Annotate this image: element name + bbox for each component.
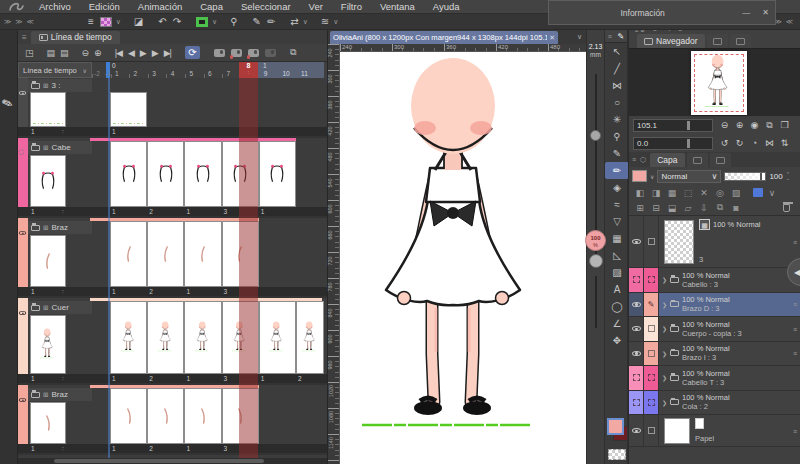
prev-frame-icon[interactable]: ◀ — [128, 48, 134, 58]
clip-to-layer-icon[interactable]: ◨ — [649, 188, 663, 198]
eye-icon[interactable] — [19, 224, 26, 238]
layer-visibility-cell[interactable] — [629, 415, 644, 446]
screentone-tool[interactable]: ▦ — [605, 230, 629, 247]
layer-state-cell[interactable] — [644, 366, 659, 390]
eye-icon[interactable] — [632, 239, 641, 244]
text-tool[interactable]: A — [605, 281, 629, 298]
checkbox-icon[interactable] — [648, 427, 655, 434]
camera-disabled-icon[interactable] — [265, 49, 276, 57]
fit-to-screen-button[interactable]: ⧉ — [762, 119, 777, 132]
scrollbar-thumb[interactable] — [54, 459, 264, 463]
layer-visibility-cell[interactable] — [629, 317, 644, 341]
stroke-settings-icon[interactable]: ⇄ — [290, 15, 298, 29]
tab-item-bank[interactable] — [730, 34, 751, 48]
layer-state-cell[interactable] — [644, 391, 659, 415]
layer-drag-handle-icon[interactable]: ≡ — [793, 301, 797, 308]
animation-cel[interactable] — [147, 388, 184, 444]
eye-icon[interactable] — [632, 302, 641, 307]
opacity-spinner[interactable]: ⌃⌄ — [786, 172, 790, 180]
animation-cel[interactable] — [147, 141, 184, 207]
flip-horizontal-button[interactable]: ⋈ — [762, 137, 777, 150]
transfer-down-icon[interactable]: ⬓ — [665, 203, 679, 213]
hidden-eye-icon[interactable] — [19, 144, 25, 158]
eye-icon[interactable] — [632, 351, 641, 356]
layer-visibility-cell[interactable] — [629, 342, 644, 366]
dashedbox-icon[interactable] — [648, 399, 655, 406]
onion-skin-icon[interactable] — [214, 49, 225, 57]
layer-visibility-cell[interactable] — [629, 216, 644, 267]
tab-layer-property[interactable] — [687, 153, 708, 167]
layer-color-swatch[interactable] — [753, 188, 763, 197]
close-tab-icon[interactable]: ✕ — [547, 34, 555, 42]
brush-pattern-dropdown[interactable]: ∨ — [116, 15, 121, 29]
layer-state-cell[interactable] — [644, 268, 659, 292]
preview-cel[interactable] — [30, 402, 66, 444]
eye-icon[interactable] — [19, 391, 26, 405]
dashedbox-icon[interactable] — [633, 374, 640, 381]
reference-layer-icon[interactable]: ◎ — [713, 188, 727, 198]
menu-item-archivo[interactable]: Archivo — [30, 1, 80, 12]
playhead-current-frame[interactable]: 8∶ — [239, 62, 258, 78]
save-animation-icon[interactable]: ▤ — [47, 48, 55, 58]
animation-cel[interactable] — [110, 221, 147, 287]
new-vector-layer-icon[interactable]: ⊟ — [649, 203, 663, 213]
menu-item-ventana[interactable]: Ventana — [371, 1, 424, 12]
animation-cel[interactable] — [110, 141, 147, 207]
balloon-tool[interactable]: ○ — [605, 94, 629, 111]
animation-cel[interactable] — [147, 221, 184, 287]
frame-border-tool[interactable]: ⋈ — [605, 77, 629, 94]
rotation-slider-handle[interactable] — [687, 139, 690, 148]
selection-swatch[interactable] — [196, 17, 208, 27]
save-settings-icon[interactable]: ▤ — [60, 48, 68, 58]
eye-icon[interactable] — [19, 84, 26, 98]
preview-cel[interactable] — [30, 92, 66, 127]
pen-icon[interactable]: ✎ — [253, 15, 261, 29]
layer-row-4[interactable]: ❯100 % NormalBrazo I : 3≡ — [629, 342, 800, 367]
tab-list-chevron-icon[interactable]: ∨ — [577, 33, 582, 41]
layer-drag-handle-icon[interactable]: ≡ — [793, 427, 797, 434]
layers-view-dropdown[interactable]: ∨ — [333, 15, 338, 29]
chevron-down-icon[interactable]: ∨ — [650, 173, 654, 180]
zoom-out-icon[interactable]: ⊖ — [82, 48, 89, 58]
brush-pattern-swatch[interactable] — [100, 17, 112, 27]
dashedbox-icon[interactable] — [648, 374, 655, 381]
canvas[interactable] — [340, 52, 586, 464]
info-window[interactable]: Información — ✕ — [548, 0, 776, 25]
animation-cel[interactable] — [184, 388, 221, 444]
playhead-column[interactable] — [239, 78, 258, 458]
new-raster-layer-icon[interactable]: ⊞ — [633, 203, 647, 213]
stroke-settings-dropdown[interactable]: ∨ — [303, 15, 308, 29]
camera-view-icon[interactable] — [248, 49, 259, 57]
track-header[interactable]: ⊞Cabe — [28, 141, 92, 154]
auto-select-tool[interactable]: ✳ — [605, 111, 629, 128]
layer-opacity-slider[interactable] — [724, 172, 766, 181]
menu-item-seleccionar[interactable]: Seleccionar — [232, 1, 300, 12]
opacity-slider[interactable] — [595, 276, 597, 328]
combine-icon[interactable]: ⧉ — [713, 202, 727, 213]
timeline-scrollbar[interactable] — [18, 458, 327, 464]
dock-chevrons-left-icon[interactable]: ≫ ≫ ≪ — [0, 18, 39, 26]
layer-color-dropdown[interactable]: ∨ — [765, 188, 779, 198]
zoom-in-button[interactable]: ⊕ — [732, 119, 747, 132]
menu-item-edicion[interactable]: Edición — [80, 1, 129, 12]
tab-layer[interactable]: Capa — [650, 153, 684, 167]
layer-row-3[interactable]: ❯100 % NormalCuerpo - copia : 3≡ — [629, 317, 800, 342]
layer-drag-handle-icon[interactable]: ≡ — [793, 325, 797, 332]
zoom-in-icon[interactable]: ⊕ — [94, 48, 101, 58]
animation-cel[interactable] — [296, 301, 324, 374]
panel-menu-icon[interactable]: ≡ — [18, 33, 31, 42]
dashedbox-icon[interactable] — [648, 276, 655, 283]
draft-layer-icon[interactable]: ✕ — [697, 188, 711, 198]
rotate-left-button[interactable]: ↺ — [717, 137, 732, 150]
layer-palette-swatch[interactable] — [632, 170, 647, 182]
rotation-value-box[interactable]: 0.0 — [633, 137, 713, 150]
gradient-tool[interactable]: ▨ — [605, 264, 629, 281]
menu-item-capa[interactable]: Capa — [191, 1, 232, 12]
lock-layer-icon[interactable]: ⬚ — [681, 188, 695, 198]
pencil-tool[interactable]: ✏ — [605, 162, 629, 179]
dashedbox-icon[interactable] — [633, 276, 640, 283]
tab-timeline[interactable]: Línea de tiempo — [31, 31, 120, 44]
box-icon[interactable] — [648, 325, 655, 332]
expand-icon[interactable]: ⊞ — [43, 224, 48, 232]
track-header[interactable]: ⊞Cuer — [28, 301, 92, 314]
